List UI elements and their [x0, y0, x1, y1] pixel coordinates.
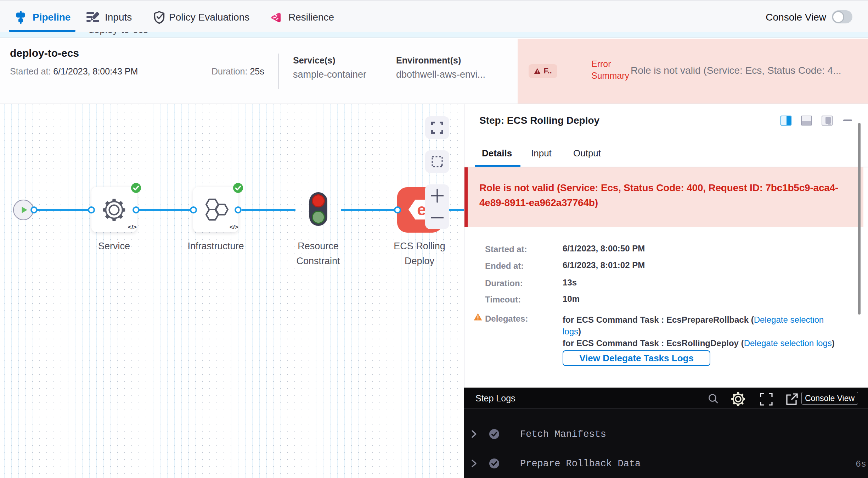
svg-text:e: e [417, 200, 426, 219]
